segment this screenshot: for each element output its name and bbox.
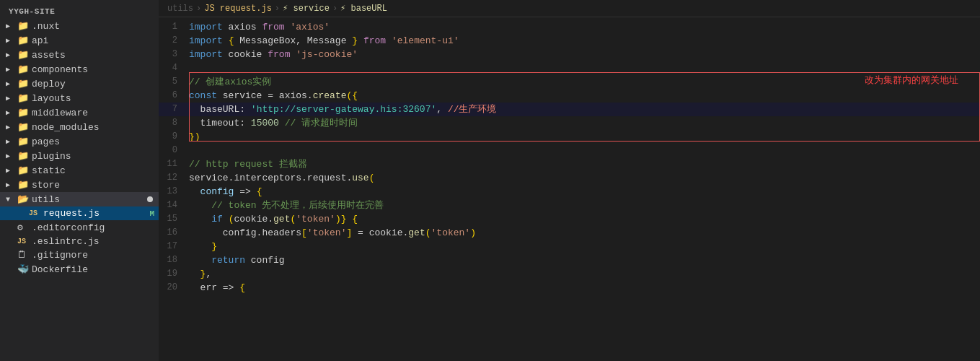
sidebar-item-gitignore[interactable]: 🗒.gitignore [0, 248, 159, 262]
line-number: 12 [159, 171, 189, 185]
tree-label-node_modules: node_modules [32, 122, 159, 133]
line-number: 15 [159, 212, 189, 226]
line-number: 16 [159, 226, 189, 240]
sidebar-item-nuxt[interactable]: ▶📁.nuxt [0, 19, 159, 33]
sidebar-item-middleware[interactable]: ▶📁middleware [0, 105, 159, 120]
code-line-14: 14 // token 先不处理，后续使用时在完善 [159, 199, 980, 212]
tree-icon-api: 📁 [17, 35, 30, 46]
tree-icon-pages: 📁 [17, 136, 30, 147]
line-number: 14 [159, 199, 189, 212]
sidebar-item-pages[interactable]: ▶📁pages [0, 134, 159, 149]
line-content: // http request 拦截器 [189, 157, 980, 171]
line-content: const service = axios.create({ [189, 89, 980, 103]
code-line-2: 2import { MessageBox, Message } from 'el… [159, 34, 980, 48]
code-line-13: 13 config => { [159, 185, 980, 199]
breadcrumb-service: ⚡ service [283, 3, 330, 14]
tree-icon-request-js: JS [29, 209, 42, 217]
tree-label-nuxt: .nuxt [32, 21, 159, 32]
sidebar-item-dockerfile[interactable]: 🐳Dockerfile [0, 262, 159, 277]
tree-arrow-static: ▶ [6, 166, 17, 175]
sidebar-header: YYGH-SITE [0, 3, 159, 19]
code-line-18: 18 return config [159, 253, 980, 267]
tree-arrow-pages: ▶ [6, 137, 17, 146]
tree-label-assets: assets [32, 50, 159, 61]
line-content: if (cookie.get('token')} { [189, 212, 980, 226]
tree-label-api: api [32, 35, 159, 46]
line-number: 8 [159, 116, 189, 130]
line-number: 0 [159, 144, 189, 157]
line-content: // token 先不处理，后续使用时在完善 [189, 199, 980, 212]
code-line-12: 12service.interceptors.request.use( [159, 171, 980, 185]
sidebar-item-utils[interactable]: ▼📂utils [0, 192, 159, 206]
sidebar-item-components[interactable]: ▶📁components [0, 62, 159, 77]
line-content: import axios from 'axios' [189, 20, 980, 34]
sidebar-item-layouts[interactable]: ▶📁layouts [0, 91, 159, 105]
line-content: service.interceptors.request.use( [189, 171, 980, 185]
sidebar-item-deploy[interactable]: ▶📁deploy [0, 77, 159, 91]
breadcrumb: utils › JS request.js › ⚡ service › ⚡ ba… [159, 0, 980, 17]
tree-label-utils: utils [32, 194, 147, 205]
code-line-4: 4 [159, 61, 980, 75]
code-line-11: 11// http request 拦截器 [159, 157, 980, 171]
tree-arrow-utils: ▼ [6, 196, 17, 204]
line-number: 3 [159, 48, 189, 61]
sidebar-item-request-js[interactable]: JSrequest.jsM [0, 206, 159, 220]
tree-icon-assets: 📁 [17, 49, 30, 61]
tree-label-static: static [32, 165, 159, 176]
sidebar-item-static[interactable]: ▶📁static [0, 163, 159, 178]
breadcrumb-sep3: › [332, 4, 337, 14]
tree-label-editorconfig: .editorconfig [32, 222, 159, 233]
code-line-3: 3import cookie from 'js-cookie' [159, 48, 980, 61]
line-content: baseURL: 'http://server-gateway.his:3260… [189, 103, 980, 116]
tree-arrow-layouts: ▶ [6, 94, 17, 103]
tree-label-dockerfile: Dockerfile [32, 264, 159, 275]
code-line-7: 7 baseURL: 'http://server-gateway.his:32… [159, 103, 980, 116]
sidebar-item-editorconfig[interactable]: ⚙.editorconfig [0, 220, 159, 235]
line-number: 2 [159, 34, 189, 48]
tree-icon-deploy: 📁 [17, 78, 30, 90]
tree-arrow-deploy: ▶ [6, 79, 17, 88]
tree-icon-utils: 📂 [17, 193, 30, 205]
line-content: import cookie from 'js-cookie' [189, 48, 980, 61]
tree-label-plugins: plugins [32, 151, 159, 162]
sidebar-item-node_modules[interactable]: ▶📁node_modules [0, 120, 159, 134]
tree-icon-editorconfig: ⚙ [17, 222, 30, 233]
breadcrumb-sep1: › [196, 4, 201, 14]
sidebar-item-assets[interactable]: ▶📁assets [0, 48, 159, 62]
tree-arrow-store: ▶ [6, 180, 17, 189]
code-line-5: 5// 创建axios实例 [159, 75, 980, 89]
code-line-17: 17 } [159, 240, 980, 253]
code-line-9: 9}) [159, 130, 980, 144]
line-number: 6 [159, 89, 189, 103]
sidebar-item-store[interactable]: ▶📁store [0, 178, 159, 192]
code-area[interactable]: 1import axios from 'axios'2import { Mess… [159, 17, 980, 361]
line-number: 17 [159, 240, 189, 253]
code-line-8: 8 timeout: 15000 // 请求超时时间 [159, 116, 980, 130]
sidebar-item-eslintrc[interactable]: JS.eslintrc.js [0, 235, 159, 248]
line-content: timeout: 15000 // 请求超时时间 [189, 116, 980, 130]
tree-arrow-nuxt: ▶ [6, 22, 17, 30]
sidebar-item-plugins[interactable]: ▶📁plugins [0, 149, 159, 163]
tree-arrow-api: ▶ [6, 36, 17, 45]
line-number: 1 [159, 20, 189, 34]
editor: utils › JS request.js › ⚡ service › ⚡ ba… [159, 0, 980, 361]
code-line-1: 1import axios from 'axios' [159, 20, 980, 34]
tree-icon-components: 📁 [17, 64, 30, 75]
breadcrumb-baseurl: ⚡ baseURL [340, 3, 387, 14]
tree-icon-gitignore: 🗒 [17, 250, 30, 261]
line-content: config.headers['token'] = cookie.get('to… [189, 226, 980, 240]
line-number: 5 [159, 75, 189, 89]
tree-arrow-node_modules: ▶ [6, 123, 17, 131]
breadcrumb-file: JS request.js [204, 4, 272, 14]
line-content: // 创建axios实例 [189, 75, 980, 89]
code-line-19: 19 }, [159, 267, 980, 281]
line-content: config => { [189, 185, 980, 199]
tree-arrow-middleware: ▶ [6, 108, 17, 117]
sidebar-item-api[interactable]: ▶📁api [0, 33, 159, 48]
modified-dot-utils [147, 196, 153, 202]
code-line-6: 6const service = axios.create({ [159, 89, 980, 103]
tree-badge-request-js: M [149, 209, 154, 218]
tree-arrow-plugins: ▶ [6, 152, 17, 160]
tree-label-request-js: request.js [43, 208, 149, 219]
tree-icon-nuxt: 📁 [17, 20, 30, 32]
